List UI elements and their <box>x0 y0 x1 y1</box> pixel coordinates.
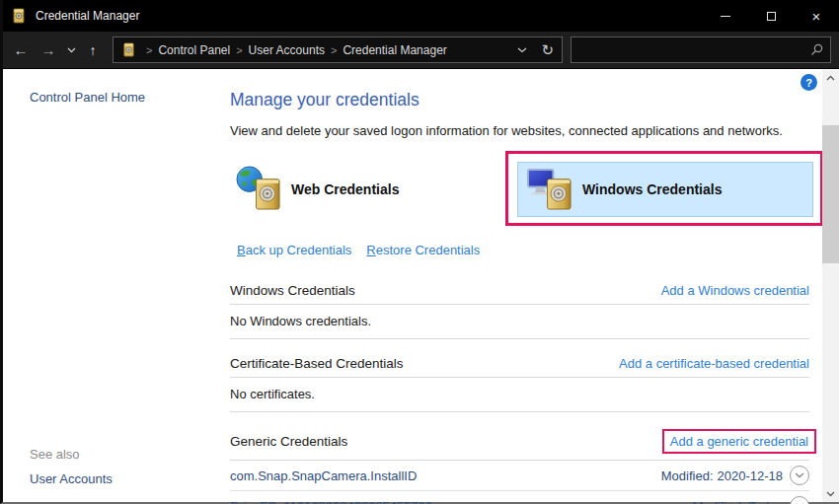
sidebar-item-user-accounts[interactable]: User Accounts <box>30 471 230 486</box>
section-title: Generic Credentials <box>230 434 347 449</box>
credential-row-snapcamera: com.Snap.SnapCamera.InstallID Modified:2… <box>230 461 809 491</box>
restore-credentials-link[interactable]: Restore Credentials <box>366 243 480 257</box>
credential-manager-window: Credential Manager × ← → ↑ > Control <box>0 0 839 504</box>
forward-button[interactable]: → <box>35 41 62 58</box>
refresh-icon[interactable]: ↻ <box>541 42 554 57</box>
forward-arrow-icon: → <box>41 41 56 58</box>
credential-name-link[interactable]: DriveFS_116122308493625455780 <box>230 499 432 504</box>
close-icon: × <box>812 9 821 24</box>
address-bar[interactable]: > Control Panel > User Accounts > Creden… <box>113 36 563 63</box>
close-button[interactable]: × <box>794 0 839 32</box>
breadcrumb-separator: > <box>325 44 343 56</box>
maximize-button[interactable] <box>748 0 794 32</box>
minimize-button[interactable] <box>703 0 748 32</box>
breadcrumb-credential-manager[interactable]: Credential Manager <box>343 43 446 57</box>
globe-safe-icon <box>236 166 282 214</box>
up-button[interactable]: ↑ <box>80 42 106 58</box>
help-icon[interactable]: ? <box>801 74 817 91</box>
computer-safe-icon <box>527 166 573 214</box>
empty-message: No certificates. <box>230 378 809 412</box>
back-button[interactable]: ← <box>7 41 35 58</box>
annotation-box-add-generic-credential: Add a generic credential <box>662 429 816 454</box>
page-description: View and delete your saved logon informa… <box>230 123 809 138</box>
window-controls: × <box>703 0 839 32</box>
search-icon <box>810 43 823 56</box>
breadcrumb-control-panel[interactable]: Control Panel <box>158 43 230 57</box>
scrollbar-thumb[interactable] <box>822 125 839 263</box>
windows-credentials-section: Windows Credentials Add a Windows creden… <box>230 283 809 339</box>
sidebar: Control Panel Home See also User Account… <box>3 69 230 502</box>
window-title: Credential Manager <box>36 9 703 23</box>
back-arrow-icon: ← <box>14 41 29 58</box>
vault-buttons-row: Web Credentials <box>230 146 809 233</box>
breadcrumb-user-accounts[interactable]: User Accounts <box>249 43 325 57</box>
search-input[interactable] <box>578 43 810 57</box>
empty-message: No Windows credentials. <box>230 305 809 339</box>
address-dropdown-chevron-icon[interactable] <box>517 47 527 53</box>
section-title: Windows Credentials <box>230 283 355 298</box>
windows-credentials-button[interactable]: Windows Credentials <box>517 162 813 217</box>
up-arrow-icon: ↑ <box>90 42 97 58</box>
vault-label: Web Credentials <box>291 181 399 197</box>
credential-name-link[interactable]: com.Snap.SnapCamera.InstallID <box>230 468 417 483</box>
recent-pages-button[interactable] <box>62 47 80 53</box>
chevron-up-icon <box>826 75 835 81</box>
scroll-down-button[interactable] <box>822 485 839 502</box>
section-title: Certificate-Based Credentials <box>230 356 404 371</box>
maximize-icon <box>767 12 776 21</box>
breadcrumb-separator: > <box>140 44 158 56</box>
scroll-up-button[interactable] <box>822 69 839 86</box>
expand-credential-button[interactable] <box>790 496 809 504</box>
credential-action-links: Back up Credentials Restore Credentials <box>237 243 809 257</box>
minimize-icon <box>721 16 730 17</box>
vault-label: Windows Credentials <box>582 181 722 197</box>
search-box[interactable] <box>571 36 831 63</box>
safe-icon <box>121 42 136 57</box>
vertical-scrollbar[interactable] <box>822 69 839 502</box>
expand-credential-button[interactable] <box>790 466 809 485</box>
credential-row-drivefs: DriveFS_116122308493625455780 Modified:T… <box>230 491 809 504</box>
see-also-label: See also <box>30 447 230 462</box>
modified-date: Modified:2020-12-18 <box>661 468 783 483</box>
web-credentials-button[interactable]: Web Credentials <box>236 162 399 217</box>
safe-icon <box>11 8 27 24</box>
credential-sections: Windows Credentials Add a Windows creden… <box>230 283 809 504</box>
main-panel: Manage your credentials View and delete … <box>230 69 809 502</box>
modified-date: Modified:Today <box>693 499 783 504</box>
sidebar-item-control-panel-home[interactable]: Control Panel Home <box>30 90 230 105</box>
breadcrumb-separator: > <box>230 44 248 56</box>
generic-credentials-section: Generic Credentials Add a generic creden… <box>230 429 809 504</box>
add-generic-credential-link[interactable]: Add a generic credential <box>670 434 808 449</box>
navigation-toolbar: ← → ↑ > Control Panel > User Accounts > … <box>3 32 839 69</box>
title-bar: Credential Manager × <box>3 0 839 32</box>
add-certificate-credential-link[interactable]: Add a certificate-based credential <box>619 356 809 371</box>
add-windows-credential-link[interactable]: Add a Windows credential <box>661 283 809 298</box>
backup-credentials-link[interactable]: Back up Credentials <box>237 243 351 257</box>
chevron-down-icon <box>826 491 835 497</box>
chevron-down-icon <box>67 47 76 53</box>
certificate-credentials-section: Certificate-Based Credentials Add a cert… <box>230 356 809 412</box>
chevron-down-icon <box>795 472 804 478</box>
page-title: Manage your credentials <box>230 90 809 110</box>
content-area: Control Panel Home See also User Account… <box>3 69 839 502</box>
